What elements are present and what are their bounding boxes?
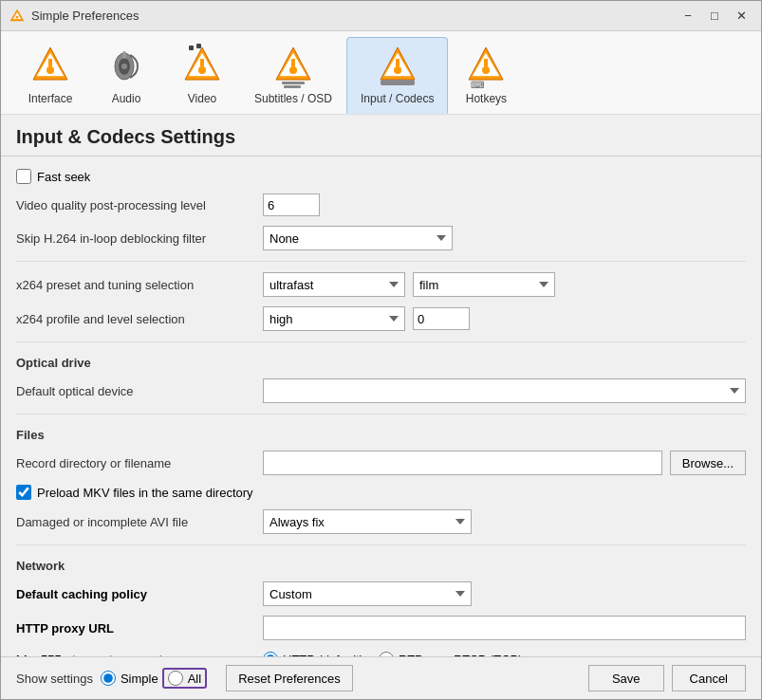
svg-rect-15 [189, 46, 194, 50]
damaged-avi-select[interactable]: Always fix Ask Never fix [263, 509, 472, 534]
x264-profile-label: x264 profile and level selection [16, 312, 263, 326]
video-quality-row: Video quality post-processing level [16, 189, 746, 221]
http-proxy-input[interactable] [263, 616, 746, 640]
x264-tuning-select[interactable]: film animation grain stillimage psnr ssi… [413, 272, 555, 297]
skip-h264-select[interactable]: None All Non-ref [263, 226, 453, 250]
nav-label-hotkeys: Hotkeys [466, 92, 507, 105]
svg-rect-27 [381, 80, 415, 85]
close-button[interactable]: ✕ [729, 6, 753, 27]
show-settings-label: Show settings [16, 672, 93, 686]
fast-seek-label[interactable]: Fast seek [37, 170, 90, 184]
maximize-button[interactable]: □ [702, 6, 727, 27]
reset-preferences-button[interactable]: Reset Preferences [226, 665, 353, 691]
nav-item-interface[interactable]: Interface [12, 37, 88, 114]
preload-mkv-checkbox[interactable] [16, 485, 31, 500]
audio-icon [103, 44, 149, 89]
svg-rect-10 [122, 51, 126, 59]
nav-item-hotkeys[interactable]: ⌨ Hotkeys [448, 37, 524, 114]
simple-radio-option[interactable]: Simple [101, 671, 158, 686]
http-proxy-row: HTTP proxy URL [16, 611, 746, 645]
content-area: Input & Codecs Settings Fast seek Video … [1, 115, 761, 656]
window-title: Simple Preferences [31, 9, 676, 23]
network-header: Network [16, 551, 746, 577]
nav-item-subtitles[interactable]: Subtitles / OSD [240, 37, 346, 114]
default-caching-row: Default caching policy Custom Lowest lat… [16, 577, 746, 611]
svg-rect-6 [48, 59, 52, 66]
svg-text:⌨: ⌨ [471, 80, 484, 89]
nav-item-input[interactable]: Input / Codecs [346, 37, 448, 114]
x264-profile-control: baseline main high high10 high422 high44… [263, 306, 746, 331]
default-caching-control: Custom Lowest latency Low latency Normal… [263, 581, 746, 606]
x264-preset-select[interactable]: ultrafast superfast veryfast faster fast… [263, 272, 405, 297]
all-label: All [188, 672, 201, 686]
show-settings-radios: Simple All [101, 668, 207, 689]
title-bar: Simple Preferences − □ ✕ [1, 1, 761, 31]
video-quality-input[interactable] [263, 193, 320, 216]
svg-point-25 [394, 66, 401, 74]
svg-point-2 [16, 15, 19, 18]
nav-label-input: Input / Codecs [361, 92, 434, 105]
browse-button[interactable]: Browse... [670, 451, 746, 475]
x264-profile-select[interactable]: baseline main high high10 high422 high44… [263, 306, 405, 331]
nav-label-interface: Interface [28, 92, 73, 105]
record-dir-input[interactable] [263, 451, 662, 475]
live555-row: Live555 stream transport HTTP (default) … [16, 645, 746, 656]
minimize-button[interactable]: − [676, 6, 700, 27]
save-button[interactable]: Save [588, 665, 664, 691]
fast-seek-checkbox[interactable] [16, 169, 31, 184]
simple-radio[interactable] [101, 671, 116, 686]
svg-rect-20 [291, 59, 295, 66]
main-window: Simple Preferences − □ ✕ Interface [0, 0, 762, 700]
video-icon [179, 44, 225, 89]
preload-mkv-label[interactable]: Preload MKV files in the same directory [37, 486, 253, 500]
optical-device-row: Default optical device [16, 374, 746, 408]
cancel-button[interactable]: Cancel [672, 665, 746, 691]
bottom-right-buttons: Save Cancel [588, 665, 746, 691]
svg-point-9 [121, 64, 127, 69]
interface-icon [28, 44, 73, 89]
divider-3 [16, 414, 746, 414]
video-quality-control [263, 193, 746, 216]
nav-bar: Interface Audio Video [1, 31, 761, 115]
nav-label-audio: Audio [112, 92, 141, 105]
skip-h264-control: None All Non-ref [263, 226, 746, 250]
damaged-avi-row: Damaged or incomplete AVI file Always fi… [16, 505, 746, 539]
fast-seek-row: Fast seek [16, 164, 746, 189]
optical-device-select[interactable] [263, 378, 746, 403]
all-radio-option[interactable]: All [168, 671, 201, 686]
optical-device-label: Default optical device [16, 384, 263, 398]
damaged-avi-label: Damaged or incomplete AVI file [16, 515, 263, 529]
x264-level-input[interactable] [413, 307, 470, 330]
subtitles-icon [270, 44, 316, 89]
input-icon [375, 44, 420, 89]
optical-device-control [263, 378, 746, 403]
all-radio[interactable] [168, 671, 183, 686]
skip-h264-label: Skip H.264 in-loop deblocking filter [16, 231, 263, 246]
http-proxy-label: HTTP proxy URL [16, 621, 263, 636]
x264-preset-control: ultrafast superfast veryfast faster fast… [263, 272, 746, 297]
svg-rect-26 [396, 59, 400, 66]
default-caching-select[interactable]: Custom Lowest latency Low latency Normal… [263, 581, 472, 606]
x264-preset-label: x264 preset and tuning selection [16, 278, 263, 292]
svg-rect-16 [196, 44, 201, 48]
divider-1 [16, 261, 746, 262]
damaged-avi-control: Always fix Ask Never fix [263, 509, 746, 534]
nav-item-video[interactable]: Video [164, 37, 240, 114]
http-proxy-control [263, 616, 746, 640]
svg-point-5 [46, 66, 54, 74]
optical-drive-header: Optical drive [16, 348, 746, 374]
files-header: Files [16, 420, 746, 446]
simple-label: Simple [121, 672, 158, 686]
svg-rect-21 [282, 82, 305, 84]
scroll-area[interactable]: Fast seek Video quality post-processing … [1, 157, 761, 656]
svg-point-30 [482, 66, 490, 74]
nav-item-audio[interactable]: Audio [88, 37, 164, 114]
hotkeys-icon: ⌨ [463, 44, 509, 89]
nav-label-video: Video [188, 92, 216, 105]
all-radio-box: All [162, 668, 207, 689]
x264-preset-row: x264 preset and tuning selection ultrafa… [16, 267, 746, 302]
window-controls: − □ ✕ [676, 6, 753, 27]
svg-point-19 [289, 66, 297, 74]
skip-h264-row: Skip H.264 in-loop deblocking filter Non… [16, 221, 746, 255]
svg-rect-22 [284, 85, 301, 88]
